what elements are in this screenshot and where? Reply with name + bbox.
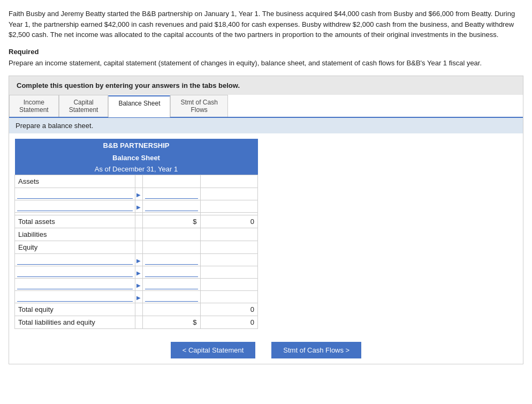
asset-total-2 bbox=[200, 200, 257, 213]
equity-label: Equity bbox=[15, 241, 135, 254]
assets-arrow bbox=[135, 175, 143, 188]
total-equity-label: Total equity bbox=[15, 303, 135, 316]
assets-total-cell bbox=[200, 175, 257, 188]
equity-input-mid-2[interactable] bbox=[145, 267, 197, 277]
bs-subtitle-row: Balance Sheet bbox=[15, 152, 258, 163]
tab-content-header: Prepare a balance sheet. bbox=[9, 118, 523, 133]
total-assets-value: 0 bbox=[200, 215, 257, 228]
bs-company-name: B&B PARTNERSHIP bbox=[15, 139, 258, 152]
balance-sheet-table: B&B PARTNERSHIP Balance Sheet As of Dece… bbox=[14, 139, 258, 329]
required-text: Prepare an income statement, capital sta… bbox=[9, 58, 523, 69]
asset-mid-1 bbox=[143, 188, 200, 200]
prev-button[interactable]: < Capital Statement bbox=[171, 342, 256, 358]
equity-input-mid-1[interactable] bbox=[145, 255, 197, 265]
total-liabilities-equity-row: Total liabilities and equity $ 0 bbox=[15, 316, 258, 329]
total-assets-dollar: $ bbox=[143, 215, 200, 228]
equity-row-1: ▶ bbox=[15, 254, 258, 266]
asset-input-mid-2[interactable] bbox=[145, 201, 197, 211]
tab-capital-statement[interactable]: CapitalStatement bbox=[59, 95, 109, 117]
assets-mid-cell bbox=[143, 175, 200, 188]
total-liabilities-equity-label: Total liabilities and equity bbox=[15, 316, 135, 329]
equity-input-label-1[interactable] bbox=[17, 255, 133, 265]
assets-label-row: Assets bbox=[15, 175, 258, 188]
bs-company-name-row: B&B PARTNERSHIP bbox=[15, 139, 258, 152]
asset-input-label-1[interactable] bbox=[17, 189, 133, 199]
total-equity-row: Total equity 0 bbox=[15, 303, 258, 316]
question-box: Complete this question by entering your … bbox=[9, 76, 523, 364]
total-assets-label: Total assets bbox=[15, 215, 135, 228]
equity-arrow-3: ▶ bbox=[136, 282, 141, 288]
asset-label-2 bbox=[15, 200, 135, 213]
total-equity-value: 0 bbox=[200, 303, 257, 316]
equity-arrow-4: ▶ bbox=[136, 295, 141, 301]
bs-subtitle: Balance Sheet bbox=[15, 152, 258, 163]
equity-input-label-3[interactable] bbox=[17, 280, 133, 289]
arrow-1: ▶ bbox=[136, 192, 141, 198]
tab-income-statement[interactable]: IncomeStatement bbox=[9, 95, 59, 117]
equity-input-mid-3[interactable] bbox=[145, 280, 197, 289]
equity-arrow-2: ▶ bbox=[136, 270, 141, 276]
equity-row-2: ▶ bbox=[15, 266, 258, 279]
total-liabilities-equity-value: 0 bbox=[200, 316, 257, 329]
liabilities-label: Liabilities bbox=[15, 228, 135, 241]
equity-arrow-1: ▶ bbox=[136, 258, 141, 264]
tab-stmt-cash-flows[interactable]: Stmt of CashFlows bbox=[170, 95, 227, 117]
equity-input-label-4[interactable] bbox=[17, 292, 133, 302]
asset-mid-2 bbox=[143, 200, 200, 213]
arrow-2: ▶ bbox=[136, 204, 141, 210]
asset-row-2: ▶ bbox=[15, 200, 258, 213]
required-label: Required bbox=[9, 48, 523, 56]
liabilities-label-row: Liabilities bbox=[15, 228, 258, 241]
tabs-row: IncomeStatement CapitalStatement Balance… bbox=[9, 95, 523, 118]
equity-input-label-2[interactable] bbox=[17, 267, 133, 277]
total-assets-row: Total assets $ 0 bbox=[15, 215, 258, 228]
intro-paragraph: Faith Busby and Jeremy Beatty started th… bbox=[9, 9, 523, 40]
question-header: Complete this question by entering your … bbox=[9, 76, 523, 95]
equity-row-3: ▶ bbox=[15, 279, 258, 291]
balance-sheet-area: B&B PARTNERSHIP Balance Sheet As of Dece… bbox=[9, 133, 523, 334]
total-liabilities-equity-dollar: $ bbox=[143, 316, 200, 329]
assets-label: Assets bbox=[15, 175, 135, 188]
bs-date-row: As of December 31, Year 1 bbox=[15, 163, 258, 175]
asset-input-label-2[interactable] bbox=[17, 201, 133, 211]
nav-buttons: < Capital Statement Stmt of Cash Flows > bbox=[9, 342, 523, 364]
asset-input-mid-1[interactable] bbox=[145, 189, 197, 199]
asset-total-1 bbox=[200, 188, 257, 200]
next-button[interactable]: Stmt of Cash Flows > bbox=[271, 342, 361, 358]
equity-row-4: ▶ bbox=[15, 291, 258, 303]
tab-balance-sheet[interactable]: Balance Sheet bbox=[108, 95, 170, 117]
equity-input-mid-4[interactable] bbox=[145, 292, 197, 302]
asset-row-1: ▶ bbox=[15, 188, 258, 200]
asset-label-1 bbox=[15, 188, 135, 200]
bs-date: As of December 31, Year 1 bbox=[15, 163, 258, 175]
equity-label-row: Equity bbox=[15, 241, 258, 254]
